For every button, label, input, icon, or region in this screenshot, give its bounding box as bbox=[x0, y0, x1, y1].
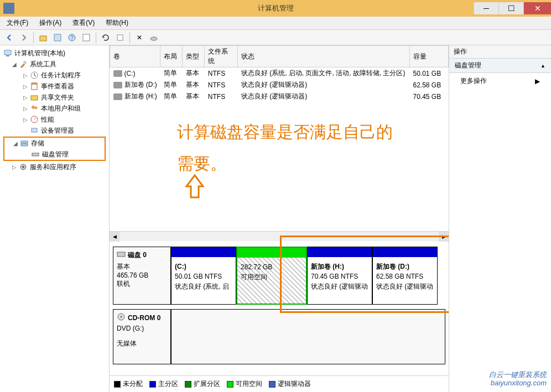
actions-panel: 操作 磁盘管理 ▲ 更多操作 ▶ bbox=[449, 45, 551, 392]
partition[interactable]: (C:)50.01 GB NTFS状态良好 (系统, 启 bbox=[171, 247, 236, 305]
col-layout[interactable]: 布局 bbox=[160, 46, 183, 67]
maximize-button[interactable]: ☐ bbox=[498, 2, 523, 14]
tree-system-tools[interactable]: ◢ 系统工具 bbox=[1, 59, 108, 70]
col-capacity[interactable]: 容量 bbox=[410, 46, 449, 67]
disk-icon bbox=[117, 250, 126, 260]
cdrom-info: CD-ROM 0 DVD (G:) 无媒体 bbox=[113, 309, 171, 364]
expand-icon[interactable]: ▷ bbox=[23, 117, 30, 123]
partition[interactable]: 282.72 GB可用空间 bbox=[236, 247, 307, 305]
svg-point-25 bbox=[121, 316, 122, 318]
chevron-right-icon: ▶ bbox=[535, 77, 540, 85]
scroll-left-icon[interactable]: ◀ bbox=[110, 232, 119, 242]
svg-text:?: ? bbox=[70, 35, 74, 41]
scroll-right-icon[interactable]: ▶ bbox=[439, 232, 449, 242]
svg-rect-20 bbox=[32, 153, 39, 156]
performance-icon bbox=[30, 115, 39, 124]
close-button[interactable]: ✕ bbox=[523, 2, 551, 14]
tree-storage[interactable]: ◢ 存储 bbox=[4, 138, 105, 149]
storage-highlight: ◢ 存储 磁盘管理 bbox=[3, 137, 106, 161]
device-icon bbox=[30, 126, 39, 135]
table-row[interactable]: (C:)简单基本NTFS状态良好 (系统, 启动, 页面文件, 活动, 故障转储… bbox=[110, 67, 449, 80]
services-icon bbox=[19, 163, 28, 171]
col-status[interactable]: 状态 bbox=[238, 46, 410, 67]
tree-performance[interactable]: ▷ 性能 bbox=[1, 114, 108, 125]
disk-0-info: 磁盘 0 基本 465.76 GB 联机 bbox=[113, 247, 171, 305]
tree-root[interactable]: 计算机管理(本地) bbox=[1, 48, 108, 59]
volume-table[interactable]: 卷 布局 类型 文件系统 状态 容量 (C:)简单基本NTFS状态良好 (系统,… bbox=[110, 45, 449, 102]
partition[interactable]: 新加卷 (H:)70.45 GB NTFS状态良好 (逻辑驱动 bbox=[307, 247, 372, 305]
table-row[interactable]: 新加卷 (H:)简单基本NTFS状态良好 (逻辑驱动器)70.45 GB bbox=[110, 91, 449, 102]
cdrom-row[interactable]: CD-ROM 0 DVD (G:) 无媒体 bbox=[113, 309, 445, 364]
svg-rect-13 bbox=[31, 96, 38, 100]
menu-view[interactable]: 查看(V) bbox=[70, 17, 97, 29]
actions-section-title[interactable]: 磁盘管理 ▲ bbox=[449, 59, 551, 73]
annotation-text: 计算磁盘容量是否满足自己的 需要。 bbox=[177, 116, 393, 179]
window-controls: ─ ☐ ✕ bbox=[474, 2, 551, 14]
svg-point-15 bbox=[35, 107, 38, 109]
expand-icon[interactable]: ▷ bbox=[23, 72, 30, 79]
menu-action[interactable]: 操作(A) bbox=[37, 17, 64, 29]
disk-0-row[interactable]: 磁盘 0 基本 465.76 GB 联机 (C:)50.01 GB NTFS状态… bbox=[113, 247, 445, 305]
toolbar-icon-2[interactable] bbox=[114, 32, 126, 44]
partition[interactable]: 新加卷 (D:)62.58 GB NTFS状态良好 (逻辑驱动 bbox=[372, 247, 438, 305]
svg-rect-1 bbox=[54, 34, 61, 41]
expand-icon[interactable]: ▷ bbox=[12, 164, 19, 170]
svg-point-14 bbox=[32, 106, 35, 109]
tree-device-manager[interactable]: 设备管理器 bbox=[1, 125, 108, 136]
svg-point-9 bbox=[23, 61, 27, 64]
svg-rect-19 bbox=[21, 144, 28, 146]
refresh-button[interactable] bbox=[100, 32, 112, 44]
expand-icon[interactable]: ▷ bbox=[23, 95, 30, 101]
collapse-icon[interactable]: ▲ bbox=[540, 63, 545, 69]
svg-point-6 bbox=[150, 37, 157, 40]
app-icon bbox=[3, 3, 14, 14]
svg-rect-8 bbox=[6, 55, 9, 56]
minimize-button[interactable]: ─ bbox=[474, 2, 498, 14]
tree-disk-management[interactable]: 磁盘管理 bbox=[4, 149, 105, 160]
cdrom-icon bbox=[117, 313, 126, 322]
tree-local-users[interactable]: ▷ 本地用户和组 bbox=[1, 103, 108, 114]
tree-shared-folders[interactable]: ▷ 共享文件夹 bbox=[1, 92, 108, 103]
svg-rect-12 bbox=[32, 83, 37, 85]
scheduler-icon bbox=[30, 71, 39, 80]
more-actions[interactable]: 更多操作 ▶ bbox=[449, 73, 551, 89]
toolbar-icon-1[interactable] bbox=[80, 32, 92, 44]
watermark: 白云一键重装系统 baiyunxitong.com bbox=[489, 370, 547, 388]
col-volume[interactable]: 卷 bbox=[110, 46, 160, 67]
main-content: 计算机管理(本地) ◢ 系统工具 ▷ 任务计划程序 ▷ 事件查看器 ▷ 共享文件… bbox=[0, 45, 551, 392]
collapse-icon[interactable]: ◢ bbox=[13, 140, 20, 147]
users-icon bbox=[30, 104, 39, 113]
col-type[interactable]: 类型 bbox=[183, 46, 205, 67]
up-button[interactable] bbox=[37, 32, 49, 44]
tree-task-scheduler[interactable]: ▷ 任务计划程序 bbox=[1, 70, 108, 81]
disk-settings-button[interactable] bbox=[148, 32, 160, 44]
table-row[interactable]: 新加卷 (D:)简单基本NTFS状态良好 (逻辑驱动器)62.58 GB bbox=[110, 79, 449, 91]
svg-rect-17 bbox=[32, 128, 37, 132]
actions-header: 操作 bbox=[449, 45, 551, 59]
cancel-button[interactable]: ✕ bbox=[133, 32, 145, 44]
svg-rect-18 bbox=[21, 141, 28, 143]
svg-point-22 bbox=[22, 166, 24, 168]
col-fs[interactable]: 文件系统 bbox=[205, 46, 238, 67]
menu-file[interactable]: 文件(F) bbox=[4, 17, 30, 29]
event-icon bbox=[30, 82, 39, 91]
svg-rect-4 bbox=[83, 34, 90, 41]
help-button[interactable]: ? bbox=[66, 32, 78, 44]
horizontal-scrollbar[interactable]: ◀ ▶ bbox=[110, 231, 449, 241]
expand-icon[interactable]: ▷ bbox=[23, 106, 30, 112]
tree-event-viewer[interactable]: ▷ 事件查看器 bbox=[1, 81, 108, 92]
collapse-icon[interactable]: ◢ bbox=[12, 61, 19, 67]
tree-panel[interactable]: 计算机管理(本地) ◢ 系统工具 ▷ 任务计划程序 ▷ 事件查看器 ▷ 共享文件… bbox=[0, 45, 110, 392]
storage-icon bbox=[20, 139, 29, 148]
menu-help[interactable]: 帮助(H) bbox=[103, 17, 131, 29]
disk-graphic-section: 磁盘 0 基本 465.76 GB 联机 (C:)50.01 GB NTFS状态… bbox=[110, 241, 449, 375]
svg-rect-23 bbox=[117, 252, 125, 257]
toolbar: ? ✕ bbox=[0, 30, 551, 45]
svg-rect-5 bbox=[117, 35, 123, 40]
forward-button[interactable] bbox=[18, 32, 30, 44]
tree-services-apps[interactable]: ▷ 服务和应用程序 bbox=[1, 161, 108, 173]
back-button[interactable] bbox=[3, 32, 15, 44]
expand-icon[interactable]: ▷ bbox=[23, 83, 30, 90]
window-title: 计算机管理 bbox=[258, 3, 294, 13]
properties-button[interactable] bbox=[51, 32, 64, 44]
